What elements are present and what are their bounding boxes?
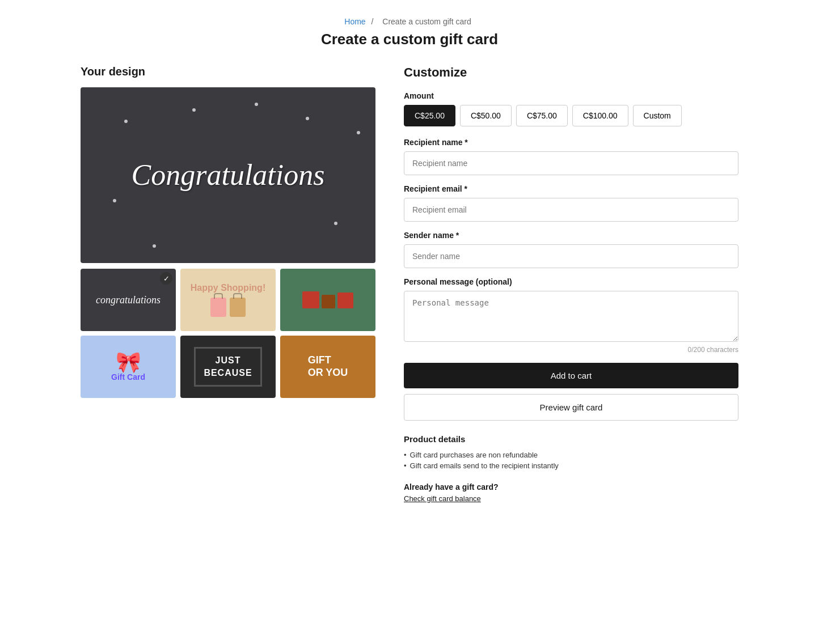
- recipient-email-label: Recipient email *: [404, 184, 738, 193]
- thumbnail-gift-for-you[interactable]: GIFTOR YOU: [280, 336, 375, 398]
- amount-section: Amount C$25.00 C$50.00 C$75.00 C$100.00 …: [404, 91, 738, 126]
- thumbnail-2-text: Happy Shopping!: [191, 283, 265, 293]
- svg-point-2: [306, 117, 309, 120]
- thumbnail-gift-boxes[interactable]: [280, 269, 375, 331]
- recipient-email-input[interactable]: [404, 198, 738, 222]
- svg-point-7: [255, 103, 258, 106]
- char-count: 0/200 characters: [404, 346, 738, 354]
- recipient-email-group: Recipient email *: [404, 184, 738, 222]
- thumbnail-1-text: congratulations: [91, 290, 165, 311]
- amount-buttons: C$25.00 C$50.00 C$75.00 C$100.00 Custom: [404, 105, 738, 126]
- recipient-name-label: Recipient name *: [404, 138, 738, 147]
- tan-bag: [230, 298, 246, 317]
- gift-box-2: [322, 295, 335, 308]
- sender-name-group: Sender name *: [404, 231, 738, 268]
- breadcrumb: Home / Create a custom gift card: [81, 17, 738, 26]
- preview-gift-card-button[interactable]: Preview gift card: [404, 394, 738, 421]
- svg-point-3: [357, 131, 360, 134]
- thumbnail-congratulations[interactable]: congratulations ✓: [81, 269, 176, 331]
- main-content: Your design Congratulations: [81, 65, 738, 503]
- already-have-label: Already have a gift card?: [404, 482, 738, 492]
- your-design-title: Your design: [81, 65, 375, 78]
- svg-point-4: [113, 199, 116, 202]
- amount-btn-75[interactable]: C$75.00: [516, 105, 568, 126]
- page-title: Create a custom gift card: [81, 31, 738, 48]
- amount-label: Amount: [404, 91, 738, 100]
- gift-card-label: Gift Card: [111, 372, 145, 382]
- customize-title: Customize: [404, 65, 738, 80]
- shopping-bags-decoration: [210, 298, 246, 317]
- main-gift-card-image: Congratulations: [81, 87, 375, 263]
- sender-name-input[interactable]: [404, 244, 738, 268]
- gift-boxes-decoration: [302, 291, 353, 308]
- gift-for-you-text: GIFTOR YOU: [308, 354, 348, 379]
- svg-point-6: [153, 244, 156, 248]
- personal-message-group: Personal message (optional) 0/200 charac…: [404, 277, 738, 354]
- product-details-list: Gift card purchases are non refundable G…: [404, 450, 738, 471]
- personal-message-label: Personal message (optional): [404, 277, 738, 286]
- breadcrumb-current: Create a custom gift card: [382, 17, 471, 26]
- product-details-section: Product details Gift card purchases are …: [404, 434, 738, 471]
- product-detail-item-2: Gift card emails send to the recipient i…: [404, 460, 738, 471]
- personal-message-input[interactable]: [404, 291, 738, 342]
- page-wrapper: Home / Create a custom gift card Create …: [69, 0, 750, 520]
- right-column: Customize Amount C$25.00 C$50.00 C$75.00…: [404, 65, 738, 503]
- left-column: Your design Congratulations: [81, 65, 375, 398]
- product-details-title: Product details: [404, 434, 738, 444]
- svg-point-1: [192, 108, 196, 112]
- main-card-text: Congratulations: [120, 147, 336, 202]
- breadcrumb-home-link[interactable]: Home: [344, 17, 365, 26]
- recipient-name-input[interactable]: [404, 151, 738, 175]
- thumbnail-gift-card[interactable]: 🎀 Gift Card: [81, 336, 176, 398]
- recipient-name-group: Recipient name *: [404, 138, 738, 175]
- svg-point-0: [124, 120, 128, 123]
- selected-checkmark: ✓: [160, 272, 172, 285]
- amount-btn-100[interactable]: C$100.00: [572, 105, 628, 126]
- pink-bag: [210, 298, 226, 317]
- gift-box-3: [337, 293, 353, 308]
- amount-btn-custom[interactable]: Custom: [633, 105, 682, 126]
- check-balance-link[interactable]: Check gift card balance: [404, 494, 481, 503]
- svg-point-5: [334, 222, 337, 225]
- add-to-cart-button[interactable]: Add to cart: [404, 363, 738, 388]
- gift-box-1: [302, 291, 319, 308]
- gift-card-balance-section: Already have a gift card? Check gift car…: [404, 482, 738, 503]
- letter-board-text: JUSTBECAUSE: [194, 347, 261, 387]
- amount-btn-25[interactable]: C$25.00: [404, 105, 455, 126]
- gift-card-bow: 🎀: [116, 352, 141, 372]
- thumbnail-grid: congratulations ✓ Happy Shopping!: [81, 269, 375, 398]
- breadcrumb-separator: /: [371, 17, 374, 26]
- amount-btn-50[interactable]: C$50.00: [460, 105, 512, 126]
- thumbnail-just-because[interactable]: JUSTBECAUSE: [180, 336, 276, 398]
- product-detail-item-1: Gift card purchases are non refundable: [404, 450, 738, 460]
- sender-name-label: Sender name *: [404, 231, 738, 240]
- thumbnail-happy-shopping[interactable]: Happy Shopping!: [180, 269, 276, 331]
